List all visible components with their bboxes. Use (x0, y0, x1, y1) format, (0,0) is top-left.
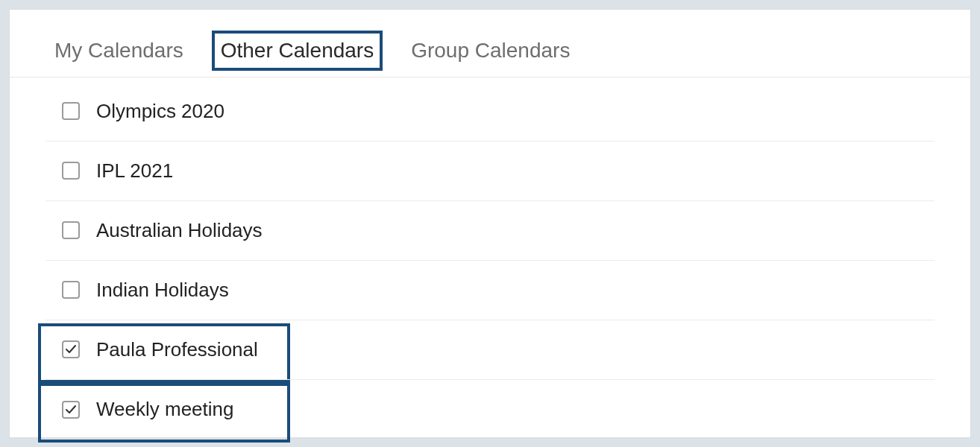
check-icon (65, 404, 77, 416)
calendar-row[interactable]: Olympics 2020 (45, 82, 935, 142)
tab-label: My Calendars (54, 39, 183, 62)
list-item: Paula Professional (10, 320, 970, 380)
calendar-label: Australian Holidays (96, 219, 263, 242)
calendar-label: Indian Holidays (96, 279, 229, 302)
list-item: Olympics 2020 (10, 82, 970, 142)
calendar-settings-panel: My Calendars Other Calendars Group Calen… (9, 9, 971, 438)
list-item: Weekly meeting (10, 380, 970, 440)
list-item: IPL 2021 (10, 142, 970, 201)
tab-group-calendars[interactable]: Group Calendars (405, 34, 576, 68)
tab-label: Other Calendars (221, 39, 374, 62)
calendar-list: Olympics 2020 IPL 2021 Australian Holida… (10, 77, 970, 440)
tab-other-calendars[interactable]: Other Calendars (212, 31, 383, 71)
calendar-row[interactable]: Weekly meeting (45, 380, 935, 440)
list-item: Australian Holidays (10, 201, 970, 261)
checkbox[interactable] (62, 162, 80, 180)
calendar-row[interactable]: IPL 2021 (45, 142, 935, 201)
tab-my-calendars[interactable]: My Calendars (48, 34, 189, 68)
check-icon (65, 343, 77, 355)
calendar-label: IPL 2021 (96, 159, 173, 183)
checkbox[interactable] (62, 102, 80, 120)
calendar-label: Paula Professional (96, 338, 258, 361)
calendar-row[interactable]: Paula Professional (45, 320, 935, 380)
calendar-row[interactable]: Australian Holidays (45, 201, 935, 261)
checkbox[interactable] (62, 401, 80, 419)
checkbox[interactable] (62, 221, 80, 239)
checkbox[interactable] (62, 281, 80, 299)
tab-label: Group Calendars (411, 39, 570, 62)
calendar-label: Weekly meeting (96, 398, 234, 421)
list-item: Indian Holidays (10, 261, 970, 320)
checkbox[interactable] (62, 340, 80, 358)
calendar-row[interactable]: Indian Holidays (45, 261, 935, 320)
calendar-tabs: My Calendars Other Calendars Group Calen… (10, 31, 970, 77)
calendar-label: Olympics 2020 (96, 100, 224, 123)
